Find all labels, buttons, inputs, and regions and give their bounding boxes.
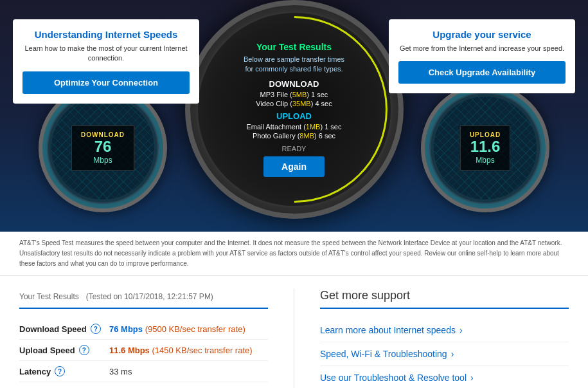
big-gauge-dial: Your Test Results Below are sample trans… [185, 0, 404, 219]
download-speed-value: 76 Mbps (9500 KB/sec transfer rate) [109, 324, 245, 334]
download-speed-row: Download Speed ? 76 Mbps (9500 KB/sec tr… [19, 319, 268, 340]
upload-speed-label: Upload Speed ? [19, 345, 109, 355]
left-card-title: Understanding Internet Speeds [22, 29, 190, 40]
video-size: 35MB [292, 100, 311, 107]
upload-gauge-container: UPLOAD 11.6 Mbps [421, 84, 549, 212]
upload-help-icon[interactable]: ? [79, 345, 89, 355]
download-gauge-unit: Mbps [81, 156, 125, 165]
latency-label: Latency ? [19, 366, 109, 376]
upload-gauge-unit: Mbps [470, 156, 501, 165]
gauge-test-results-title: Your Test Results [244, 42, 344, 52]
gauge-download-label: DOWNLOAD [244, 79, 344, 89]
results-tested-on: (Tested on 10/17/2018, 12:21:57 PM) [86, 292, 213, 301]
download-speed-label: Download Speed ? [19, 324, 109, 334]
gauge-upload-label: UPLOAD [244, 111, 344, 121]
again-button[interactable]: Again [263, 156, 325, 177]
results-panel: Your Test Results (Tested on 10/17/2018,… [19, 289, 294, 388]
mp3-size: 5MB [292, 91, 307, 98]
email-size: 1MB [306, 123, 321, 131]
latency-row: Latency ? 33 ms [19, 361, 268, 382]
download-gauge-display: DOWNLOAD 76 Mbps [71, 125, 134, 170]
center-gauge: Your Test Results Below are sample trans… [185, 0, 404, 219]
upload-gauge-value: 11.6 [470, 138, 501, 155]
bottom-section: Your Test Results (Tested on 10/17/2018,… [0, 276, 588, 388]
top-section: Understanding Internet Speeds Learn how … [0, 0, 588, 232]
support-divider [320, 308, 569, 309]
gauge-inner-content: Your Test Results Below are sample trans… [237, 35, 351, 184]
gauge-ready-text: READY [244, 145, 344, 152]
info-bar: AT&T's Speed Test measures the speed bet… [0, 232, 588, 276]
support-link-wifi[interactable]: Speed, Wi-Fi & Troubleshooting › [320, 342, 569, 366]
support-title: Get more support [320, 289, 569, 302]
upload-gauge-display: UPLOAD 11.6 Mbps [460, 125, 510, 170]
check-upgrade-button[interactable]: Check Upgrade Availability [398, 61, 566, 84]
support-link-internet-speeds[interactable]: Learn more about Internet speeds › [320, 319, 569, 342]
gauge-download-mp3: MP3 File (5MB) 1 sec [244, 91, 344, 98]
photo-size: 8MB [299, 132, 314, 140]
upload-speed-row: Upload Speed ? 11.6 Mbps (1450 KB/sec tr… [19, 340, 268, 361]
right-card-title: Upgrade your service [398, 29, 566, 40]
download-help-icon[interactable]: ? [91, 324, 101, 334]
left-info-card: Understanding Internet Speeds Learn how … [13, 19, 199, 104]
gauge-subtitle: Below are sample transfer timesfor commo… [244, 55, 344, 75]
support-link-troubleshoot[interactable]: Use our Troubleshoot & Resolve tool › [320, 366, 569, 388]
download-gauge-value: 76 [81, 138, 125, 155]
upload-speed-value: 11.6 Mbps (1450 KB/sec transfer rate) [109, 346, 253, 355]
gauge-upload-photo: Photo Gallery (8MB) 6 sec [244, 132, 344, 140]
info-bar-text: AT&T's Speed Test measures the speed bet… [19, 239, 562, 267]
upload-gauge-dial: UPLOAD 11.6 Mbps [421, 84, 549, 212]
chevron-icon-2: › [470, 373, 474, 383]
gauge-download-video: Video Clip (35MB) 4 sec [244, 100, 344, 107]
chevron-icon-0: › [459, 325, 463, 335]
latency-value: 33 ms [109, 367, 132, 376]
results-title: Your Test Results (Tested on 10/17/2018,… [19, 289, 268, 302]
gauge-upload-email: Email Attachment (1MB) 1 sec [244, 123, 344, 131]
optimize-connection-button[interactable]: Optimize Your Connection [22, 71, 190, 94]
latency-help-icon[interactable]: ? [55, 366, 65, 376]
results-divider [19, 308, 268, 309]
support-panel: Get more support Learn more about Intern… [294, 289, 569, 388]
left-card-description: Learn how to make the most of your curre… [22, 44, 190, 64]
chevron-icon-1: › [451, 349, 454, 359]
right-card-description: Get more from the Internet and increase … [398, 44, 566, 53]
right-info-card: Upgrade your service Get more from the I… [389, 19, 575, 93]
